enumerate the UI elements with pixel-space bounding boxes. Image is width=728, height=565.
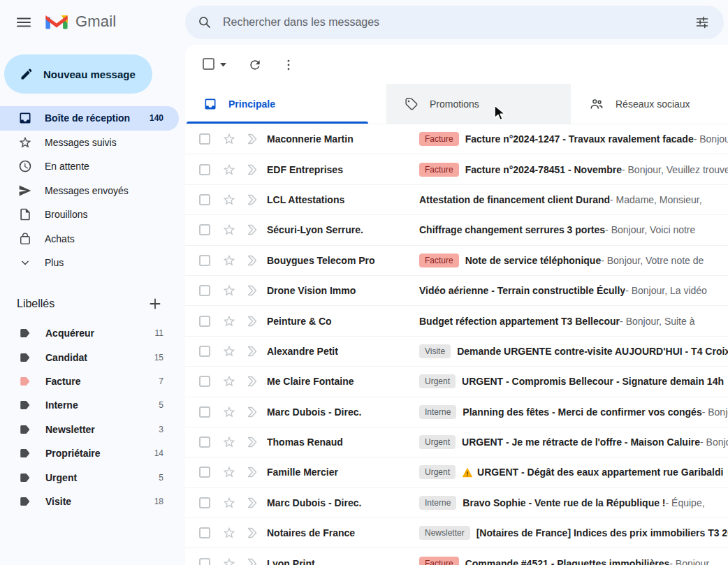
email-checkbox[interactable]	[199, 164, 210, 175]
star-icon[interactable]	[222, 284, 236, 298]
star-icon[interactable]	[222, 193, 236, 207]
star-icon[interactable]	[222, 374, 236, 388]
email-sender: Maconnerie Martin	[267, 133, 407, 145]
email-subject: URGENT - Je me rétracte de l'offre - Mai…	[462, 436, 700, 448]
importance-marker-icon[interactable]	[246, 465, 260, 479]
email-row[interactable]: Bouygues Telecom Pro Facture Note de ser…	[185, 246, 728, 276]
sidebar-folder-item[interactable]: Brouillons	[0, 203, 179, 227]
star-icon[interactable]	[222, 163, 236, 177]
search-bar[interactable]	[185, 6, 724, 39]
email-checkbox[interactable]	[199, 194, 210, 205]
select-dropdown-caret[interactable]	[220, 63, 226, 67]
importance-marker-icon[interactable]	[246, 254, 260, 267]
importance-marker-icon[interactable]	[246, 223, 260, 237]
email-checkbox[interactable]	[199, 436, 210, 448]
importance-marker-icon[interactable]	[246, 284, 260, 298]
email-row[interactable]: Sécuri-Lyon Serrure. Chiffrage changemen…	[185, 215, 728, 245]
sidebar-folder-item[interactable]: En attente	[0, 154, 179, 179]
hamburger-menu-icon[interactable]	[10, 8, 38, 36]
email-row[interactable]: Notaires de France Newsletter [Notaires …	[185, 518, 728, 548]
importance-marker-icon[interactable]	[246, 526, 260, 540]
importance-marker-icon[interactable]	[246, 557, 260, 565]
sidebar-label-item[interactable]: Candidat 15	[0, 345, 179, 369]
sidebar-label-item[interactable]: Facture 7	[0, 369, 179, 393]
sidebar-folder-item[interactable]: Messages envoyés	[0, 179, 179, 203]
star-icon[interactable]	[222, 254, 236, 267]
email-checkbox[interactable]	[199, 376, 210, 387]
label-count: 14	[154, 448, 163, 458]
email-subject: Bravo Sophie - Vente rue de la Républiqu…	[463, 497, 665, 508]
email-row[interactable]: Me Claire Fontaine Urgent URGENT - Compr…	[185, 367, 728, 397]
star-icon[interactable]	[222, 132, 236, 146]
refresh-icon[interactable]	[247, 57, 263, 73]
email-label-badge: Interne	[419, 405, 456, 419]
email-checkbox[interactable]	[199, 346, 210, 357]
importance-marker-icon[interactable]	[246, 374, 260, 388]
importance-marker-icon[interactable]	[246, 163, 260, 177]
email-row[interactable]: Maconnerie Martin Facture Facture n°2024…	[185, 124, 728, 154]
email-row[interactable]: EDF Entreprises Facture Facture n°2024-7…	[185, 154, 728, 184]
tab-principale[interactable]: Principale	[185, 84, 372, 124]
sidebar-label-item[interactable]: Acquéreur 11	[0, 321, 179, 345]
sidebar-label-item[interactable]: Visite 18	[0, 490, 179, 513]
email-checkbox[interactable]	[199, 467, 210, 478]
add-label-button[interactable]	[145, 294, 165, 314]
email-row[interactable]: Marc Dubois - Direc. Interne Planning de…	[185, 397, 728, 427]
importance-marker-icon[interactable]	[246, 344, 260, 358]
star-icon[interactable]	[222, 557, 236, 565]
sidebar-label-item[interactable]: Newsletter 3	[0, 418, 179, 441]
star-icon[interactable]	[222, 223, 236, 237]
tab-reseaux-sociaux[interactable]: Réseaux sociaux	[571, 84, 728, 124]
email-checkbox[interactable]	[199, 527, 210, 538]
importance-marker-icon[interactable]	[246, 405, 260, 419]
select-all-checkbox[interactable]	[203, 58, 214, 70]
email-checkbox[interactable]	[199, 285, 210, 296]
email-row[interactable]: Lyon Print Facture Commande #4521 - Plaq…	[185, 548, 728, 565]
importance-marker-icon[interactable]	[246, 132, 260, 146]
folder-label: Messages suivis	[45, 137, 163, 148]
sidebar-label-item[interactable]: Interne 5	[0, 393, 179, 417]
sidebar-label-item[interactable]: Propriétaire 14	[0, 441, 179, 465]
tab-promotions[interactable]: Promotions	[386, 84, 571, 124]
folder-label: En attente	[45, 161, 163, 172]
email-row[interactable]: Thomas Renaud Urgent URGENT - Je me rétr…	[185, 427, 728, 457]
sidebar-folder-item[interactable]: Messages suivis	[0, 131, 179, 155]
email-row[interactable]: Alexandre Petit Visite Demande URGENTE c…	[185, 337, 728, 367]
tab-label: Promotions	[430, 98, 479, 110]
email-row[interactable]: Marc Dubois - Direc. Interne Bravo Sophi…	[185, 488, 728, 518]
star-icon[interactable]	[222, 496, 236, 510]
sidebar-folder-item[interactable]: Plus	[0, 251, 179, 275]
star-icon[interactable]	[222, 405, 236, 419]
email-row[interactable]: Peinture & Co Budget réfection apparteme…	[185, 306, 728, 336]
star-icon[interactable]	[222, 465, 236, 479]
star-icon[interactable]	[222, 435, 236, 449]
email-checkbox[interactable]	[199, 406, 210, 418]
email-content: Facture Commande #4521 - Plaquettes immo…	[407, 557, 728, 565]
importance-marker-icon[interactable]	[246, 435, 260, 449]
star-icon[interactable]	[222, 526, 236, 540]
tune-icon[interactable]	[690, 10, 714, 34]
mail-panel: Principale Promotions Réseaux sociaux	[185, 45, 728, 565]
more-vert-icon[interactable]	[280, 57, 297, 73]
email-checkbox[interactable]	[199, 133, 210, 145]
email-sender: Bouygues Telecom Pro	[267, 255, 407, 266]
compose-button[interactable]: Nouveau message	[4, 54, 152, 94]
sidebar-label-item[interactable]: Urgent 5	[0, 465, 179, 489]
email-row[interactable]: LCL Attestations Attestation de financem…	[185, 185, 728, 215]
sidebar-folder-item[interactable]: Boîte de réception 140	[0, 106, 179, 131]
email-checkbox[interactable]	[199, 316, 210, 327]
email-row[interactable]: Famille Mercier Urgent URGENT - Dégât de…	[185, 457, 728, 487]
star-icon[interactable]	[222, 344, 236, 358]
search-input[interactable]	[221, 15, 690, 29]
importance-marker-icon[interactable]	[246, 496, 260, 510]
email-checkbox[interactable]	[199, 558, 210, 565]
sidebar-folder-item[interactable]: Achats	[0, 227, 179, 251]
email-checkbox[interactable]	[199, 255, 210, 266]
email-checkbox[interactable]	[199, 224, 210, 235]
star-icon[interactable]	[222, 314, 236, 328]
email-row[interactable]: Drone Vision Immo Vidéo aérienne - Terra…	[185, 276, 728, 306]
importance-marker-icon[interactable]	[246, 314, 260, 328]
email-checkbox[interactable]	[199, 497, 210, 508]
plus-icon	[150, 298, 161, 309]
importance-marker-icon[interactable]	[246, 193, 260, 207]
